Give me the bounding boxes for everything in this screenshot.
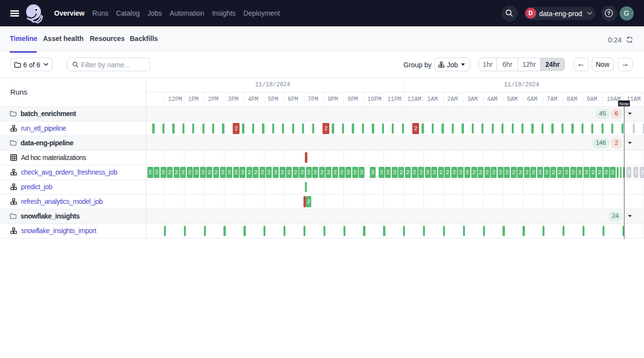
svg-text:?: ? [607, 10, 610, 16]
